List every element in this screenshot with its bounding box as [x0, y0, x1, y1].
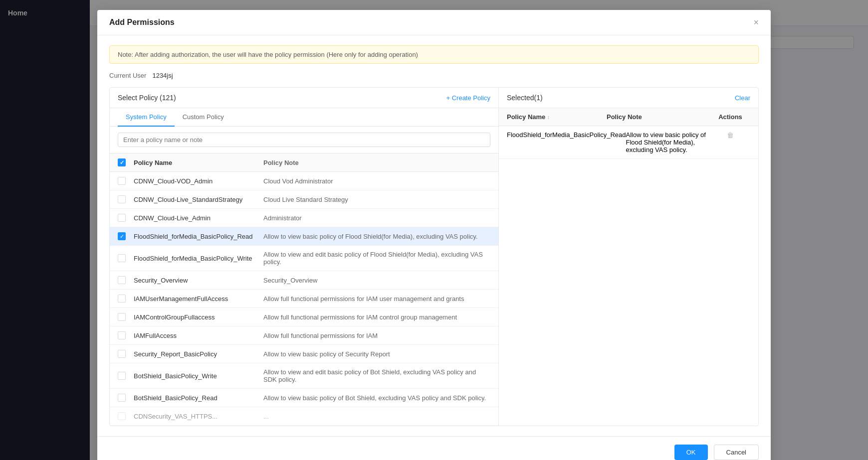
policy-row: BotShield_BasicPolicy_Read Allow to view… — [110, 389, 498, 407]
policy-checkbox[interactable] — [118, 394, 126, 402]
policy-checkbox[interactable] — [118, 372, 126, 380]
policy-checkbox[interactable] — [118, 195, 126, 203]
modal-title: Add Permissions — [109, 18, 175, 27]
current-user-row: Current User 1234jsj — [109, 72, 759, 79]
policy-row: IAMFullAccess Allow full functional perm… — [110, 326, 498, 345]
selected-title: Selected(1) — [507, 94, 543, 102]
policy-row: CDNW_Cloud-VOD_Admin Cloud Vod Administr… — [110, 172, 498, 190]
policy-checkbox[interactable] — [118, 254, 126, 262]
delete-policy-button[interactable]: 🗑 — [710, 131, 750, 139]
selected-policy-note-header: Policy Note — [607, 113, 710, 121]
selected-policy-name-header: Policy Name ↕ — [507, 113, 607, 121]
modal-overlay: Add Permissions × Note: After adding aut… — [0, 0, 868, 460]
current-user-label: Current User — [109, 72, 146, 79]
policy-table-header: Policy Name Policy Note — [110, 153, 498, 172]
policy-checkbox[interactable] — [118, 412, 126, 420]
policy-row: BotShield_BasicPolicy_Write Allow to vie… — [110, 363, 498, 389]
policy-checkbox[interactable] — [118, 350, 126, 358]
note-banner: Note: After adding authorization, the us… — [109, 45, 759, 64]
policy-row-selected: FloodShield_forMedia_BasicPolicy_Read Al… — [110, 227, 498, 246]
policy-checkbox[interactable] — [118, 177, 126, 185]
right-panel: Selected(1) Clear Policy Name ↕ Policy N… — [499, 88, 758, 426]
policy-row: CDNSecurity_VAS_HTTPS... ... — [110, 407, 498, 426]
ok-button[interactable]: OK — [674, 445, 708, 460]
close-button[interactable]: × — [753, 18, 759, 27]
policy-row: CDNW_Cloud-Live_Admin Administrator — [110, 209, 498, 227]
policy-row: IAMControlGroupFullaccess Allow full fun… — [110, 308, 498, 326]
left-panel-title: Select Policy (121) — [118, 94, 176, 102]
cancel-button[interactable]: Cancel — [714, 445, 759, 460]
tab-system-policy[interactable]: System Policy — [118, 108, 175, 127]
policy-checkbox[interactable] — [118, 331, 126, 339]
selected-policy-name: FloodShield_forMedia_BasicPolicy_Read — [507, 131, 626, 139]
selected-actions-header: Actions — [710, 113, 750, 121]
policy-row: Security_Report_BasicPolicy Allow to vie… — [110, 345, 498, 363]
modal-body: Note: After adding authorization, the us… — [97, 35, 771, 436]
policy-row: IAMUserManagementFullAccess Allow full f… — [110, 290, 498, 308]
policy-search-input[interactable] — [118, 133, 490, 147]
two-panel: Select Policy (121) + Create Policy Syst… — [109, 87, 759, 426]
policy-row: Security_Overview Security_Overview — [110, 271, 498, 290]
search-row — [110, 127, 498, 153]
policy-checkbox[interactable] — [118, 276, 126, 284]
clear-button[interactable]: Clear — [735, 94, 750, 102]
policy-table: CDNW_Cloud-VOD_Admin Cloud Vod Administr… — [110, 172, 498, 426]
policy-checkbox[interactable] — [118, 232, 126, 240]
tabs-container: System Policy Custom Policy — [110, 108, 498, 127]
modal-header: Add Permissions × — [97, 10, 771, 35]
left-panel-header: Select Policy (121) + Create Policy — [110, 88, 498, 108]
policy-checkbox[interactable] — [118, 313, 126, 321]
policy-row: CDNW_Cloud-Live_StandardStrategy Cloud L… — [110, 190, 498, 209]
policy-name-header: Policy Name — [134, 159, 263, 166]
right-panel-header: Selected(1) Clear — [499, 88, 758, 108]
selected-table-header: Policy Name ↕ Policy Note Actions — [499, 108, 758, 126]
tab-custom-policy[interactable]: Custom Policy — [175, 108, 232, 127]
select-all-checkbox[interactable] — [118, 158, 126, 166]
policy-note-header: Policy Note — [263, 159, 490, 166]
create-policy-link[interactable]: + Create Policy — [446, 94, 490, 102]
policy-row: FloodShield_forMedia_BasicPolicy_Write A… — [110, 246, 498, 271]
modal-footer: OK Cancel — [97, 436, 771, 460]
policy-checkbox[interactable] — [118, 295, 126, 303]
left-panel: Select Policy (121) + Create Policy Syst… — [110, 88, 499, 426]
add-permissions-modal: Add Permissions × Note: After adding aut… — [97, 10, 771, 460]
selected-policy-note: Allow to view basic policy of Flood Shie… — [626, 131, 710, 153]
policy-checkbox[interactable] — [118, 214, 126, 222]
selected-policy-row: FloodShield_forMedia_BasicPolicy_Read Al… — [499, 126, 758, 159]
current-user-value: 1234jsj — [152, 72, 173, 79]
